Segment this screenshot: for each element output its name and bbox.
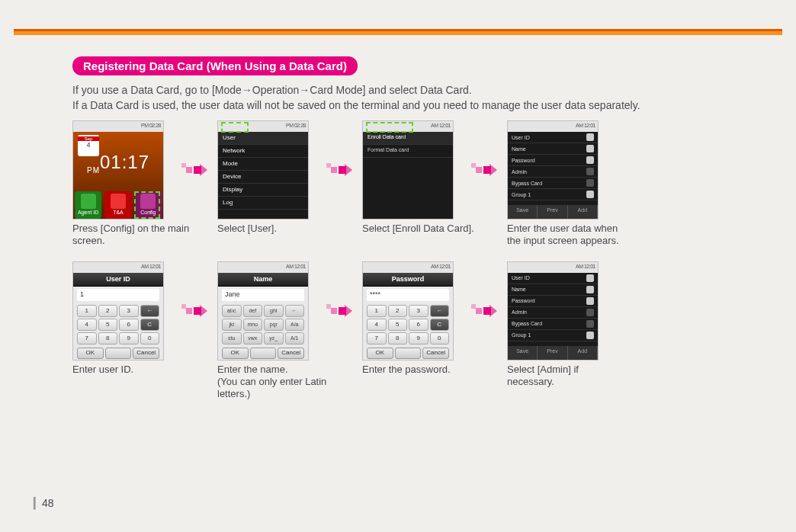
arrow-icon (326, 300, 352, 322)
cancel-button[interactable]: Cancel (422, 348, 449, 359)
password-input[interactable]: **** (367, 289, 449, 301)
blank-button[interactable] (105, 348, 132, 359)
key-0[interactable]: 0 (140, 332, 160, 345)
key[interactable]: pqr (264, 319, 284, 331)
checkbox-icon (586, 168, 594, 175)
key[interactable]: abc (222, 305, 242, 317)
save-button[interactable]: Save (508, 346, 538, 360)
prev-button[interactable]: Prev (538, 346, 567, 360)
save-button[interactable]: Save (508, 205, 538, 219)
key-mode[interactable]: A/1 (285, 332, 305, 345)
add-button[interactable]: Add (568, 346, 598, 360)
key-4[interactable]: 4 (367, 319, 387, 331)
field-row[interactable]: Name (508, 143, 598, 155)
field-row[interactable]: Password (508, 296, 598, 307)
add-button[interactable]: Add (568, 205, 598, 219)
key[interactable]: jkl (222, 319, 242, 331)
highlight-user (221, 122, 249, 133)
tna-button[interactable]: T&A (104, 191, 131, 219)
step-row-1: PM 02:28 Sep 4 PM01:17 Agent ID T&A Conf… (72, 120, 781, 248)
format-data-card-item[interactable]: Format Data card (363, 145, 453, 158)
field-row[interactable]: Name (508, 284, 598, 296)
key-clear[interactable]: C (430, 319, 450, 331)
key[interactable]: yz_ (264, 332, 284, 345)
key-back[interactable]: ← (140, 305, 160, 317)
agent-id-button[interactable]: Agent ID (75, 191, 101, 219)
arrow-icon (471, 159, 497, 181)
ok-button[interactable]: OK (77, 348, 104, 359)
page-number: ▎48 (34, 497, 54, 509)
key[interactable]: vwx (243, 332, 263, 345)
key-back[interactable]: ← (430, 305, 450, 317)
menu-item[interactable]: Log (218, 197, 308, 210)
screenshot-enroll: AM 12:01 Enroll Data card Format Data ca… (362, 120, 454, 220)
key-6[interactable]: 6 (119, 319, 139, 331)
step-7: AM 12:01 Password **** 1 2 3 ← 4 5 6 C 7… (362, 261, 461, 376)
menu-item[interactable]: Display (218, 184, 308, 197)
field-row[interactable]: Admin (508, 166, 598, 178)
screenshot-password: AM 12:01 Password **** 1 2 3 ← 4 5 6 C 7… (362, 261, 454, 361)
key[interactable]: stu (222, 332, 242, 345)
key[interactable]: def (243, 305, 263, 317)
key-8[interactable]: 8 (98, 332, 118, 345)
highlight-enroll (366, 122, 413, 133)
cancel-button[interactable]: Cancel (278, 348, 304, 359)
keyboard: abc def ghi ← jkl mno pqr A/a stu vwx yz… (218, 303, 308, 346)
caption-8: Select [Admin] if necessary. (507, 364, 625, 389)
key[interactable]: mno (243, 319, 263, 331)
step-6: AM 12:01 Name Jane abc def ghi ← jkl mno… (217, 261, 316, 401)
field-row[interactable]: Bypass Card (508, 319, 598, 330)
blank-button[interactable] (395, 348, 422, 359)
field-row[interactable]: User ID (508, 273, 598, 284)
ok-button[interactable]: OK (222, 348, 249, 359)
key-2[interactable]: 2 (388, 305, 408, 317)
edit-icon (586, 156, 594, 164)
field-row-admin[interactable]: Admin (508, 307, 598, 319)
key-9[interactable]: 9 (409, 332, 428, 345)
cancel-button[interactable]: Cancel (133, 348, 159, 359)
key-4[interactable]: 4 (77, 319, 97, 331)
checkbox-icon (586, 320, 594, 328)
edit-icon (586, 133, 594, 141)
step-1: PM 02:28 Sep 4 PM01:17 Agent ID T&A Conf… (72, 120, 172, 248)
blank-button[interactable] (250, 348, 277, 359)
key-8[interactable]: 8 (388, 332, 408, 345)
field-row[interactable]: Group 1 (508, 330, 598, 341)
key-0[interactable]: 0 (430, 332, 450, 345)
key-5[interactable]: 5 (388, 319, 408, 331)
key-case[interactable]: A/a (285, 319, 305, 331)
menu-item[interactable]: Network (218, 145, 308, 158)
key-9[interactable]: 9 (119, 332, 139, 345)
userid-input[interactable]: 1 (77, 289, 159, 301)
key-3[interactable]: 3 (119, 305, 139, 317)
key-7[interactable]: 7 (367, 332, 387, 345)
ok-button[interactable]: OK (367, 348, 393, 359)
key-5[interactable]: 5 (98, 319, 118, 331)
field-row[interactable]: User ID (508, 132, 598, 143)
intro-line-1: If you use a Data Card, go to [Mode→Oper… (72, 83, 781, 98)
menu-item[interactable]: Mode (218, 158, 308, 171)
status-bar: AM 12:01 (508, 121, 598, 132)
key-1[interactable]: 1 (367, 305, 387, 317)
key-2[interactable]: 2 (98, 305, 118, 317)
section-title: Registering Data Card (When Using a Data… (72, 56, 358, 75)
key[interactable]: ghi (264, 305, 284, 317)
prev-button[interactable]: Prev (538, 205, 567, 219)
intro-line-2: If a Data Card is used, the user data wi… (72, 98, 781, 114)
menu-item-user[interactable]: User (218, 132, 308, 145)
key-1[interactable]: 1 (77, 305, 97, 317)
step-8: AM 12:01 User ID Name Password Admin Byp… (507, 261, 606, 389)
field-row[interactable]: Bypass Card (508, 178, 598, 189)
menu-item[interactable]: Device (218, 171, 308, 184)
key-3[interactable]: 3 (409, 305, 428, 317)
key-6[interactable]: 6 (409, 319, 428, 331)
step-5: AM 12:01 User ID 1 1 2 3 ← 4 5 6 C 7 8 9… (72, 261, 172, 376)
enroll-data-card-item[interactable]: Enroll Data card (363, 132, 453, 145)
key-clear[interactable]: C (140, 319, 160, 331)
key-7[interactable]: 7 (77, 332, 97, 345)
field-row[interactable]: Password (508, 155, 598, 166)
caption-6: Enter the name. (You can only enter Lati… (217, 364, 335, 401)
field-row[interactable]: Group 1 (508, 189, 598, 200)
name-input[interactable]: Jane (222, 289, 304, 301)
key-back[interactable]: ← (285, 305, 305, 317)
